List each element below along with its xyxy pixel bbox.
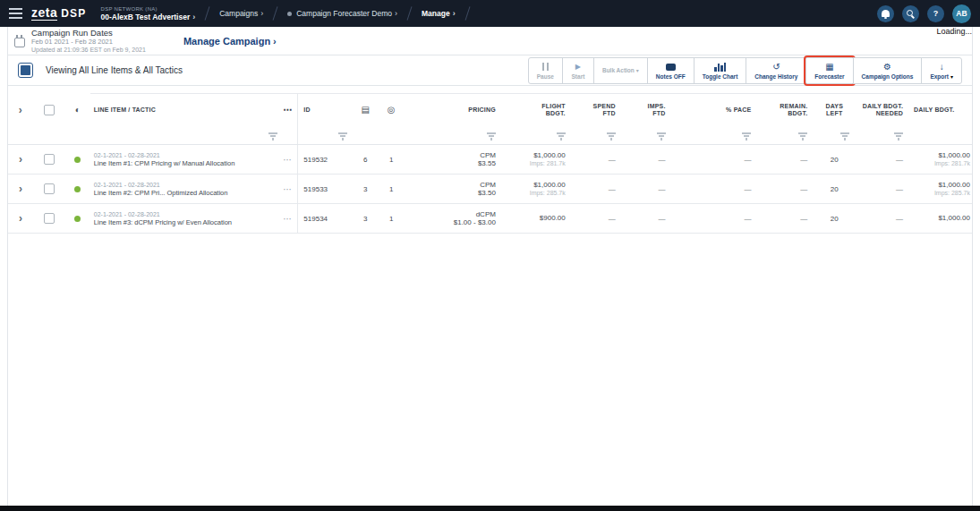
breadcrumb-divider (407, 6, 413, 21)
row-actions-column-icon[interactable]: ⋯ (283, 106, 292, 114)
line-items-table: › ◐ LINE ITEM / TACTIC ⋯ ID ▤ ◎ PRICING … (8, 93, 972, 234)
line-item-dates: 02-1-2021 - 02-28-2021 (94, 210, 278, 218)
start-button[interactable]: ▶ Start (562, 57, 594, 84)
filter-icon-pace[interactable] (742, 132, 751, 140)
breadcrumb-manage[interactable]: Manage› (422, 9, 456, 18)
row-actions-menu-icon[interactable]: ⋯ (283, 155, 292, 165)
question-mark-icon: ? (933, 9, 939, 18)
toolbar: Viewing All Line Items & All Tactics Pau… (8, 55, 972, 86)
breadcrumb-campaign[interactable]: Campaign Forecaster Demo› (287, 9, 397, 18)
filter-icon-flight-budget[interactable] (557, 132, 566, 140)
toolbar-button-group: Pause ▶ Start Bulk Action▾ Notes OFF Tog… (528, 57, 962, 84)
tactics-count-cell: 1 (378, 215, 405, 223)
toggle-chart-button[interactable]: Toggle Chart (694, 57, 747, 84)
breadcrumb-campaigns[interactable]: Campaigns› (219, 9, 263, 18)
imps-ftd-cell: — (621, 156, 671, 164)
column-header-pricing[interactable]: PRICING (405, 106, 501, 114)
daily-budget-needed-cell: — (856, 156, 912, 164)
filter-icon-spend-ftd[interactable] (607, 132, 616, 140)
expand-row-chevron-icon[interactable]: › (19, 213, 22, 224)
filter-icon-remaining-budget[interactable] (798, 132, 807, 140)
column-header-line-item[interactable]: LINE ITEM / TACTIC (90, 106, 278, 114)
pricing-cell: dCPM $1.00 - $3.00 (405, 210, 501, 227)
play-icon: ▶ (575, 62, 581, 72)
spend-ftd-cell: — (571, 215, 621, 223)
run-dates-title: Campaign Run Dates (31, 28, 146, 38)
daily-budget-cell: $1,000.00 Imps: 285.7k (912, 181, 972, 198)
table-row[interactable]: › 02-1-2021 - 02-28-2021 Line Item #1: C… (8, 145, 972, 175)
breadcrumb-advertiser[interactable]: DSP NETWORK (NA) 00-AlexB Test Advertise… (101, 6, 196, 21)
network-label: DSP NETWORK (NA) (101, 6, 196, 12)
caret-down-icon: ▾ (950, 73, 953, 80)
column-header-imps-ftd[interactable]: IMPS. FTD (621, 103, 671, 117)
column-header-id[interactable]: ID (297, 93, 353, 127)
row-actions-menu-icon[interactable]: ⋯ (283, 184, 292, 194)
user-avatar[interactable]: AB (952, 4, 971, 23)
manage-campaign-link[interactable]: Manage Campaign› (183, 36, 277, 47)
download-icon: ↓ (940, 62, 944, 72)
notifications-button[interactable] (877, 5, 894, 22)
spend-ftd-cell: — (571, 185, 621, 193)
expand-row-chevron-icon[interactable]: › (19, 154, 22, 165)
logo-dsp: DSP (61, 7, 86, 20)
row-checkbox[interactable] (44, 154, 55, 165)
column-header-pace[interactable]: % PACE (671, 106, 759, 114)
tactics-count-cell: 1 (378, 156, 405, 164)
table-row[interactable]: › 02-1-2021 - 02-28-2021 Line Item #2: C… (8, 175, 972, 204)
expand-all-chevron-icon[interactable]: › (19, 105, 22, 115)
advertiser-name: 00-AlexB Test Advertiser› (101, 13, 196, 21)
run-dates-updated: Updated at 21:09:36 EST on Feb 9, 2021 (31, 47, 146, 55)
daily-budget-needed-cell: — (856, 215, 912, 223)
column-header-spend-ftd[interactable]: SPEND FTD (571, 103, 621, 117)
viewing-label: Viewing All Line Items & All Tactics (46, 65, 183, 75)
column-header-days-left[interactable]: DAYS LEFT (812, 103, 856, 117)
filter-icon-pricing[interactable] (487, 132, 496, 140)
zeta-dsp-logo[interactable]: zeta DSP (31, 7, 87, 21)
flight-budget-cell: $1,000.00 Imps: 285.7k (501, 181, 571, 198)
help-button[interactable]: ? (927, 5, 944, 22)
status-active-dot-icon (74, 186, 81, 192)
imps-ftd-cell: — (621, 215, 671, 223)
chevron-right-icon: › (192, 13, 195, 21)
targeting-column-icon: ◎ (388, 106, 396, 114)
column-header-daily-budget-needed[interactable]: DAILY BDGT. NEEDED (856, 103, 912, 117)
table-filter-row (8, 127, 972, 145)
pause-button[interactable]: Pause (528, 57, 563, 84)
line-item-cell[interactable]: 02-1-2021 - 02-28-2021 Line Item #3: dCP… (90, 210, 278, 226)
bulk-action-button[interactable]: Bulk Action▾ (593, 57, 648, 84)
row-actions-menu-icon[interactable]: ⋯ (283, 214, 292, 224)
forecaster-button[interactable]: ▦ Forecaster (805, 57, 853, 84)
line-item-dates: 02-1-2021 - 02-28-2021 (94, 181, 278, 189)
caret-down-icon: ▾ (636, 67, 639, 73)
row-checkbox[interactable] (44, 213, 55, 224)
expand-row-chevron-icon[interactable]: › (19, 183, 22, 194)
line-item-cell[interactable]: 02-1-2021 - 02-28-2021 Line Item #1: CPM… (90, 151, 278, 167)
column-header-flight-budget[interactable]: FLIGHT BDGT. (501, 103, 571, 117)
panel-toggle-icon[interactable] (18, 63, 33, 78)
row-checkbox[interactable] (44, 183, 55, 194)
column-header-daily-budget[interactable]: DAILY BDGT. (912, 106, 972, 114)
daily-budget-cell: $1,000.00 Imps: 281.7k (912, 151, 972, 168)
line-item-cell[interactable]: 02-1-2021 - 02-28-2021 Line Item #2: CPM… (90, 181, 278, 197)
filter-icon-daily-budget-needed[interactable] (894, 132, 903, 140)
filter-icon-id[interactable] (338, 132, 347, 140)
export-button[interactable]: ↓ Export▾ (921, 57, 962, 84)
search-icon (907, 10, 915, 18)
change-history-button[interactable]: ↺ Change History (746, 57, 806, 84)
hamburger-menu-icon[interactable] (9, 8, 22, 19)
calendar-icon (14, 38, 25, 47)
filter-icon-line-item[interactable] (268, 132, 277, 140)
search-button[interactable] (902, 5, 919, 22)
notes-toggle-button[interactable]: Notes OFF (647, 57, 695, 84)
table-row[interactable]: › 02-1-2021 - 02-28-2021 Line Item #3: d… (8, 204, 972, 234)
filter-icon-days-left[interactable] (840, 132, 849, 140)
flight-budget-cell: $900.00 (501, 214, 571, 223)
campaign-options-button[interactable]: ⚙ Campaign Options (853, 57, 923, 84)
filter-icon-imps-ftd[interactable] (657, 132, 666, 140)
avatar-initials: AB (956, 9, 967, 18)
bottom-edge-bar (0, 506, 980, 511)
daily-budget-needed-cell: — (856, 185, 912, 193)
column-header-remaining-budget[interactable]: REMAIN. BDGT. (758, 103, 812, 117)
pricing-cell: CPM $3.50 (405, 181, 501, 198)
select-all-checkbox[interactable] (44, 105, 55, 115)
